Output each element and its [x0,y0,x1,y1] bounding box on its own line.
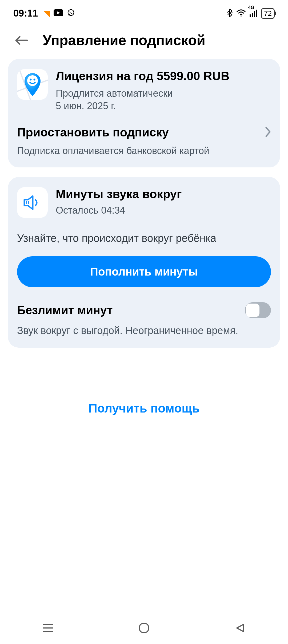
nav-recents-button[interactable] [40,620,56,636]
cell-signal-icon: 4G [250,10,257,17]
sound-title: Минуты звука вокруг [56,187,182,201]
app-icon [17,69,48,100]
svg-point-3 [231,12,233,13]
wifi-icon [236,9,246,18]
get-help-link[interactable]: Получить помощь [0,401,288,415]
svg-rect-8 [26,201,27,204]
sound-remaining: Осталось 04:34 [56,205,182,216]
nav-back-button[interactable] [232,620,248,636]
svg-point-2 [227,12,228,13]
back-button[interactable] [13,32,29,48]
svg-point-7 [33,78,35,80]
svg-point-6 [30,78,31,80]
pause-subscription-button[interactable]: Приостановить подписку [17,125,271,139]
sound-description: Узнайте, что происходит вокруг ребёнка [17,231,271,245]
svg-point-4 [241,15,242,17]
license-title: Лицензия на год 5599.00 RUB [56,69,271,83]
battery-indicator: 72 [261,8,275,19]
unlimited-label: Безлимит минут [17,304,113,317]
svg-rect-13 [140,624,148,632]
navigation-bar [0,612,288,644]
page-title: Управление подпиской [43,32,205,48]
svg-rect-9 [28,201,29,204]
license-card: Лицензия на год 5599.00 RUB Продлится ав… [8,59,280,167]
payment-method-text: Подписка оплачивается банковской картой [17,145,271,157]
svg-point-5 [27,75,38,86]
bluetooth-icon [227,8,233,18]
unlimited-toggle[interactable] [245,302,271,318]
pause-label: Приостановить подписку [17,125,169,139]
topup-minutes-button[interactable]: Пополнить минуты [17,256,271,287]
nav-home-button[interactable] [136,620,152,636]
status-bar: 09:11 ◥ 4G 72 [0,3,288,24]
app-status-icon: ◥ [44,9,50,18]
speaker-icon [17,187,48,218]
svg-point-1 [68,10,74,15]
license-renewal-line1: Продлится автоматически [56,87,271,100]
youtube-icon [54,9,63,17]
chevron-right-icon [265,127,271,138]
status-time: 09:11 [13,8,38,19]
sound-card: Минуты звука вокруг Осталось 04:34 Узнай… [8,177,280,347]
whatsapp-icon [67,9,75,18]
header: Управление подпиской [0,24,288,59]
unlimited-description: Звук вокруг с выгодой. Неограниченное вр… [17,324,271,337]
license-renewal-line2: 5 июн. 2025 г. [56,100,271,112]
